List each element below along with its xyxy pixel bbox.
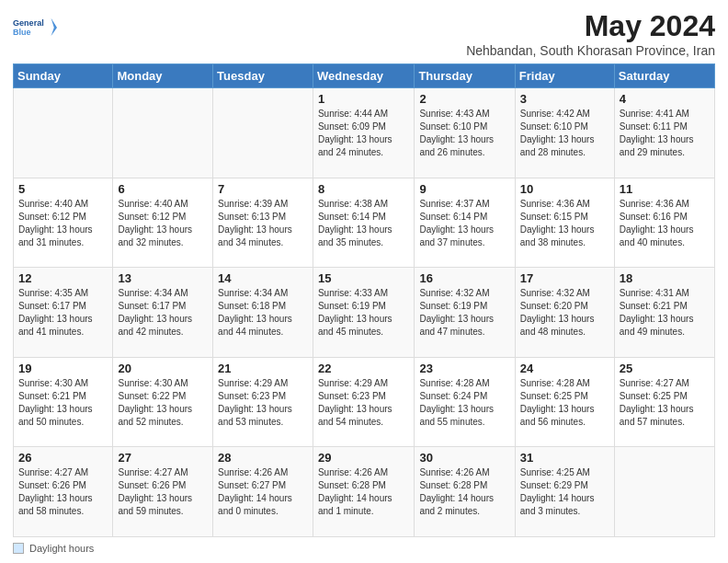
day-number: 10 xyxy=(520,182,609,196)
day-cell: 31Sunrise: 4:25 AM Sunset: 6:29 PM Dayli… xyxy=(515,447,614,537)
day-detail: Sunrise: 4:31 AM Sunset: 6:21 PM Dayligh… xyxy=(620,287,710,339)
day-number: 21 xyxy=(218,362,308,375)
day-detail: Sunrise: 4:27 AM Sunset: 6:26 PM Dayligh… xyxy=(118,466,208,518)
day-cell: 2Sunrise: 4:43 AM Sunset: 6:10 PM Daylig… xyxy=(415,88,515,178)
day-cell: 13Sunrise: 4:34 AM Sunset: 6:17 PM Dayli… xyxy=(113,268,213,358)
day-number: 18 xyxy=(620,271,710,285)
title-area: May 2024 Nehbandan, South Khorasan Provi… xyxy=(466,9,715,58)
subtitle: Nehbandan, South Khorasan Province, Iran xyxy=(466,43,715,58)
day-cell: 12Sunrise: 4:35 AM Sunset: 6:17 PM Dayli… xyxy=(14,268,113,358)
day-detail: Sunrise: 4:39 AM Sunset: 6:13 PM Dayligh… xyxy=(218,198,308,249)
week-row-2: 12Sunrise: 4:35 AM Sunset: 6:17 PM Dayli… xyxy=(14,268,715,358)
day-cell: 5Sunrise: 4:40 AM Sunset: 6:12 PM Daylig… xyxy=(14,178,113,268)
day-number: 5 xyxy=(18,182,108,196)
logo-icon: General Blue xyxy=(13,9,57,46)
day-cell: 25Sunrise: 4:27 AM Sunset: 6:25 PM Dayli… xyxy=(614,357,714,447)
day-cell: 15Sunrise: 4:33 AM Sunset: 6:19 PM Dayli… xyxy=(313,268,414,358)
day-detail: Sunrise: 4:34 AM Sunset: 6:18 PM Dayligh… xyxy=(218,287,308,339)
day-number: 3 xyxy=(520,92,609,106)
day-detail: Sunrise: 4:26 AM Sunset: 6:28 PM Dayligh… xyxy=(419,466,509,518)
day-detail: Sunrise: 4:30 AM Sunset: 6:21 PM Dayligh… xyxy=(18,377,108,429)
day-detail: Sunrise: 4:36 AM Sunset: 6:15 PM Dayligh… xyxy=(520,198,609,249)
day-detail: Sunrise: 4:30 AM Sunset: 6:22 PM Dayligh… xyxy=(118,377,208,429)
day-detail: Sunrise: 4:25 AM Sunset: 6:29 PM Dayligh… xyxy=(520,466,609,518)
day-detail: Sunrise: 4:28 AM Sunset: 6:25 PM Dayligh… xyxy=(520,377,609,429)
day-cell: 20Sunrise: 4:30 AM Sunset: 6:22 PM Dayli… xyxy=(113,357,213,447)
day-number: 20 xyxy=(118,362,208,375)
col-friday: Friday xyxy=(515,64,614,88)
day-cell: 30Sunrise: 4:26 AM Sunset: 6:28 PM Dayli… xyxy=(415,447,515,537)
week-row-3: 19Sunrise: 4:30 AM Sunset: 6:21 PM Dayli… xyxy=(14,357,715,447)
day-number: 26 xyxy=(18,451,108,465)
day-cell: 8Sunrise: 4:38 AM Sunset: 6:14 PM Daylig… xyxy=(313,178,414,268)
day-cell: 6Sunrise: 4:40 AM Sunset: 6:12 PM Daylig… xyxy=(113,178,213,268)
day-cell: 29Sunrise: 4:26 AM Sunset: 6:28 PM Dayli… xyxy=(313,447,414,537)
page: General Blue May 2024 Nehbandan, South K… xyxy=(0,0,728,563)
day-cell: 23Sunrise: 4:28 AM Sunset: 6:24 PM Dayli… xyxy=(415,357,515,447)
col-wednesday: Wednesday xyxy=(313,64,414,88)
day-cell: 4Sunrise: 4:41 AM Sunset: 6:11 PM Daylig… xyxy=(614,88,714,178)
svg-text:General: General xyxy=(13,18,44,28)
day-detail: Sunrise: 4:29 AM Sunset: 6:23 PM Dayligh… xyxy=(318,377,409,429)
day-detail: Sunrise: 4:33 AM Sunset: 6:19 PM Dayligh… xyxy=(318,287,409,339)
day-number: 14 xyxy=(218,271,308,285)
day-cell: 16Sunrise: 4:32 AM Sunset: 6:19 PM Dayli… xyxy=(415,268,515,358)
day-number: 7 xyxy=(218,182,308,196)
day-number: 19 xyxy=(18,362,108,375)
day-number: 30 xyxy=(419,451,509,465)
day-detail: Sunrise: 4:27 AM Sunset: 6:26 PM Dayligh… xyxy=(18,466,108,518)
day-number: 29 xyxy=(318,451,409,465)
day-number: 11 xyxy=(620,182,710,196)
day-number: 13 xyxy=(118,271,208,285)
day-cell: 21Sunrise: 4:29 AM Sunset: 6:23 PM Dayli… xyxy=(213,357,313,447)
day-detail: Sunrise: 4:35 AM Sunset: 6:17 PM Dayligh… xyxy=(18,287,108,339)
day-cell: 3Sunrise: 4:42 AM Sunset: 6:10 PM Daylig… xyxy=(515,88,614,178)
day-detail: Sunrise: 4:42 AM Sunset: 6:10 PM Dayligh… xyxy=(520,108,609,159)
day-cell: 9Sunrise: 4:37 AM Sunset: 6:14 PM Daylig… xyxy=(415,178,515,268)
day-number: 8 xyxy=(318,182,409,196)
day-detail: Sunrise: 4:34 AM Sunset: 6:17 PM Dayligh… xyxy=(118,287,208,339)
day-detail: Sunrise: 4:43 AM Sunset: 6:10 PM Dayligh… xyxy=(419,108,509,159)
day-detail: Sunrise: 4:37 AM Sunset: 6:14 PM Dayligh… xyxy=(419,198,509,249)
day-number: 27 xyxy=(118,451,208,465)
day-detail: Sunrise: 4:36 AM Sunset: 6:16 PM Dayligh… xyxy=(620,198,710,249)
day-cell: 1Sunrise: 4:44 AM Sunset: 6:09 PM Daylig… xyxy=(313,88,414,178)
day-detail: Sunrise: 4:26 AM Sunset: 6:27 PM Dayligh… xyxy=(218,466,308,518)
header: General Blue May 2024 Nehbandan, South K… xyxy=(13,9,715,58)
day-number: 28 xyxy=(218,451,308,465)
svg-text:Blue: Blue xyxy=(13,28,31,37)
col-saturday: Saturday xyxy=(614,64,714,88)
day-number: 16 xyxy=(419,271,509,285)
day-number: 31 xyxy=(520,451,609,465)
day-detail: Sunrise: 4:27 AM Sunset: 6:25 PM Dayligh… xyxy=(620,377,710,429)
col-sunday: Sunday xyxy=(14,64,113,88)
day-cell: 24Sunrise: 4:28 AM Sunset: 6:25 PM Dayli… xyxy=(515,357,614,447)
day-number: 17 xyxy=(520,271,609,285)
col-monday: Monday xyxy=(113,64,213,88)
day-cell: 18Sunrise: 4:31 AM Sunset: 6:21 PM Dayli… xyxy=(614,268,714,358)
day-cell xyxy=(113,88,213,178)
day-number: 25 xyxy=(620,362,710,375)
logo: General Blue xyxy=(13,9,57,46)
header-row: Sunday Monday Tuesday Wednesday Thursday… xyxy=(14,64,715,88)
day-number: 24 xyxy=(520,362,609,375)
col-thursday: Thursday xyxy=(415,64,515,88)
day-detail: Sunrise: 4:40 AM Sunset: 6:12 PM Dayligh… xyxy=(18,198,108,249)
day-detail: Sunrise: 4:40 AM Sunset: 6:12 PM Dayligh… xyxy=(118,198,208,249)
svg-marker-2 xyxy=(51,18,57,36)
day-number: 1 xyxy=(318,92,409,106)
day-detail: Sunrise: 4:41 AM Sunset: 6:11 PM Dayligh… xyxy=(620,108,710,159)
day-detail: Sunrise: 4:28 AM Sunset: 6:24 PM Dayligh… xyxy=(419,377,509,429)
week-row-1: 5Sunrise: 4:40 AM Sunset: 6:12 PM Daylig… xyxy=(14,178,715,268)
day-cell: 28Sunrise: 4:26 AM Sunset: 6:27 PM Dayli… xyxy=(213,447,313,537)
footer: Daylight hours xyxy=(13,543,715,554)
day-number: 6 xyxy=(118,182,208,196)
calendar-header: Sunday Monday Tuesday Wednesday Thursday… xyxy=(14,64,715,88)
day-number: 2 xyxy=(419,92,509,106)
day-cell: 11Sunrise: 4:36 AM Sunset: 6:16 PM Dayli… xyxy=(614,178,714,268)
day-number: 4 xyxy=(620,92,710,106)
day-cell: 10Sunrise: 4:36 AM Sunset: 6:15 PM Dayli… xyxy=(515,178,614,268)
day-detail: Sunrise: 4:29 AM Sunset: 6:23 PM Dayligh… xyxy=(218,377,308,429)
day-cell: 22Sunrise: 4:29 AM Sunset: 6:23 PM Dayli… xyxy=(313,357,414,447)
main-title: May 2024 xyxy=(466,9,715,43)
